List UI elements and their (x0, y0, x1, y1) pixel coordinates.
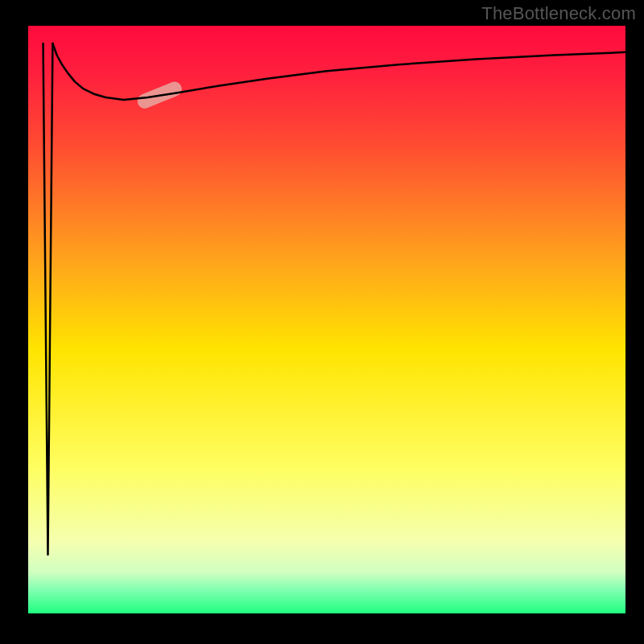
plot-background (28, 26, 625, 613)
watermark-text: TheBottleneck.com (481, 3, 636, 24)
chart-container: TheBottleneck.com (0, 0, 644, 644)
chart-svg (0, 0, 644, 644)
